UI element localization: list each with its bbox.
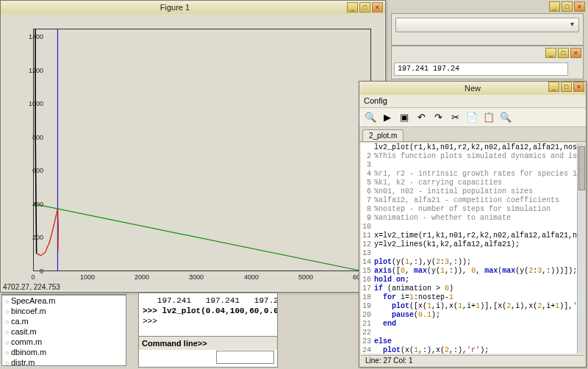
panel-min-button[interactable]: _ [545,48,556,58]
figure-window: Figure 1 _ □ × 0 200 400 600 800 [0,0,386,293]
paste-icon[interactable]: 📋 [482,111,495,124]
figure-title: Figure 1 [3,3,347,12]
editor-toolbar: 🔍 ▶ ▣ ↶ ↷ ✂ 📄 📋 🔍 [359,108,586,127]
figure-maximize-button[interactable]: □ [359,2,370,12]
file-list-item[interactable]: ca.m [2,316,126,326]
svg-line-1 [34,204,359,271]
command-window: 197.241 197.241 197.241 >>> lv2_plot(0.0… [138,293,278,368]
command-output: 197.241 197.241 197.241 >>> lv2_plot(0.0… [139,293,277,336]
editor-window: New _ □ × Config 🔍 ▶ ▣ ↶ ↷ ✂ 📄 📋 🔍 2_plo… [359,81,587,368]
figure-close-button[interactable]: × [372,2,383,12]
code-line[interactable]: 17if (animation > 0) [361,284,577,293]
file-list[interactable]: SpecArea.mbincoef.mca.mcasit.mcomm.mdbin… [1,294,126,366]
ytick: 600 [23,167,43,174]
plot-axes[interactable] [33,29,371,271]
file-list-item[interactable]: distr.m [2,357,126,366]
panel-values-text: 197.241 197.24 [394,62,568,76]
code-line[interactable]: lv2_plot(r1,k1,n01,r2,k2,n02,alfa12,alfa… [361,143,577,152]
code-line[interactable]: 20 pause(0.1); [361,311,577,320]
outer-minimize-button[interactable]: _ [549,1,560,12]
ytick: 1400 [23,33,43,40]
undo-icon[interactable]: ↶ [415,111,428,124]
ytick: 400 [23,201,43,208]
editor-scrollbar[interactable] [577,143,586,354]
code-line[interactable]: 13 [361,249,577,258]
code-line[interactable]: 18 for i=1:nostep-1 [361,293,577,302]
dropdown-selector[interactable] [395,18,579,32]
command-input[interactable] [216,351,274,364]
redo-icon[interactable]: ↷ [431,111,445,124]
panel-values: _ □ × 197.241 197.24 [391,46,584,79]
xtick: 5000 [298,273,313,281]
editor-statusbar: Line: 27 Col: 1 [361,355,584,367]
xtick: 1000 [80,273,95,281]
editor-min-button[interactable]: _ [548,82,559,92]
code-line[interactable]: 19 plot([x(1,i),x(1,i+1)],[x(2,i),x(2,i+… [361,302,577,311]
ytick: 800 [23,134,43,141]
file-list-item[interactable]: bincoef.m [2,306,126,316]
zoom-icon[interactable]: 🔍 [364,111,377,124]
code-line[interactable]: 16hold on; [361,276,577,284]
editor-max-button[interactable]: □ [561,82,572,92]
command-prompt-label: Command line>> [139,336,277,350]
ytick: 200 [23,234,43,241]
file-list-item[interactable]: dbinom.m [2,347,126,357]
code-line[interactable]: 23else [361,337,577,346]
panel-max-button[interactable]: □ [558,48,569,58]
scrollbar-thumb[interactable] [578,146,585,190]
code-line[interactable]: 6%n01, n02 - initial population sizes [361,187,577,196]
outer-maximize-button[interactable]: □ [562,1,573,12]
code-line[interactable]: 12y=lv2_lines(k1,k2,alfa12,alfa21); [361,240,577,249]
run-icon[interactable]: ▶ [381,111,394,124]
code-line[interactable]: 8%nostep - number of steps for simulatio… [361,205,577,214]
xtick: 0 [31,273,35,281]
panel-dropdown [391,13,584,46]
editor-close-button[interactable]: × [573,82,584,92]
outer-close-button[interactable]: × [574,1,585,12]
code-line[interactable]: 3 [361,161,577,170]
editor-text-area[interactable]: lv2_plot(r1,k1,n01,r2,k2,n02,alfa12,alfa… [361,143,577,354]
editor-menu-config[interactable]: Config [359,95,586,108]
code-line[interactable]: 15axis([0, max(y(1,:)), 0, max(max(y(2:3… [361,267,577,276]
cut-icon[interactable]: ✂ [448,111,462,124]
code-line[interactable]: 11x=lv2_time(r1,k1,n01,r2,k2,n02,alfa12,… [361,232,577,240]
code-line[interactable]: 21 end [361,320,577,329]
editor-tab[interactable]: 2_plot.m [362,129,404,141]
editor-tabs: 2_plot.m [359,127,586,142]
code-line[interactable]: 9%animation - whether to animate [361,214,577,223]
code-line[interactable]: 22 [361,329,577,337]
xtick: 4000 [244,273,259,281]
code-line[interactable]: 4%r1, r2 - intrinsic growth rates for sp… [361,170,577,179]
ytick: 1200 [23,67,43,74]
xtick: 2000 [135,273,149,281]
code-line[interactable]: 14plot(y(1,:),y(2:3,:)); [361,258,577,267]
file-list-item[interactable]: SpecArea.m [2,295,126,306]
figure-minimize-button[interactable]: _ [347,2,358,12]
find-icon[interactable]: 🔍 [499,111,512,124]
code-line[interactable]: 7%alfa12, alfa21 - competition coefficie… [361,196,577,205]
ytick: 1000 [23,100,43,107]
copy-icon[interactable]: 📄 [465,111,478,124]
code-line[interactable]: 10 [361,223,577,232]
code-line[interactable]: 2%This function plots simulated dynamics… [361,152,577,161]
xtick: 3000 [189,273,204,281]
print-icon[interactable]: ▣ [398,111,411,124]
code-line[interactable]: 24 plot(x(1,:),x(2,:),'r'); [361,346,577,354]
file-list-item[interactable]: comm.m [2,337,126,347]
file-list-item[interactable]: casit.m [2,326,126,337]
figure-titlebar[interactable]: Figure 1 _ □ × [1,1,385,14]
panel-close-button[interactable]: × [570,48,581,58]
code-line[interactable]: 5%k1, k2 - carrying capacities [361,179,577,187]
